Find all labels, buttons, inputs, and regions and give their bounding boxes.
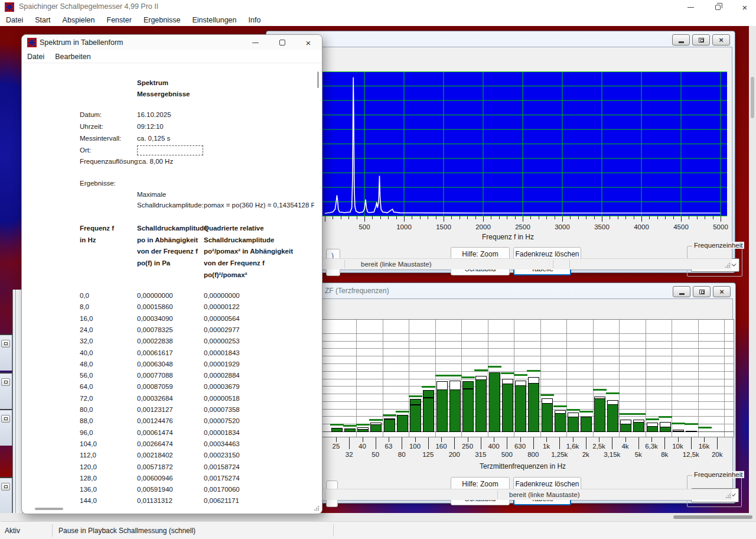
minimized-window-strip[interactable] bbox=[0, 372, 12, 409]
table-close-button[interactable]: × bbox=[295, 35, 322, 50]
resize-grip[interactable] bbox=[314, 505, 320, 511]
main-restore-button[interactable] bbox=[704, 0, 731, 14]
gridline-h bbox=[277, 371, 734, 372]
minimized-window-strip[interactable] bbox=[0, 409, 12, 446]
x-axis-tick-label: 3000 bbox=[549, 223, 575, 230]
x-axis-tick bbox=[721, 216, 721, 222]
table-row-amplitude: 0,00032684 bbox=[137, 395, 173, 402]
bar bbox=[357, 429, 369, 432]
table-row-relative: 0,00621171 bbox=[204, 497, 239, 504]
restore-window-button[interactable] bbox=[1, 483, 10, 491]
menu-abspielen[interactable]: Abspielen bbox=[57, 14, 101, 26]
terz-window: ZF (Terzfrequenzen) × 253240506380100125… bbox=[269, 283, 736, 504]
terz-window-titlebar[interactable]: ZF (Terzfrequenzen) × bbox=[270, 283, 735, 298]
menu-ergebnisse[interactable]: Ergebnisse bbox=[138, 14, 187, 26]
table-window-titlebar[interactable]: Spektrum in Tabellenform × bbox=[22, 35, 322, 50]
terz-status-text: bereit (linke Maustaste) bbox=[509, 491, 580, 498]
resize-grip[interactable] bbox=[725, 262, 731, 268]
mdi-vertical-scrollbar[interactable] bbox=[749, 26, 756, 513]
menu-datei[interactable]: Datei bbox=[0, 14, 29, 26]
x-axis-tick bbox=[641, 216, 642, 222]
terz-minimize-button[interactable] bbox=[673, 286, 690, 297]
spectrum-close-button[interactable]: × bbox=[712, 34, 730, 46]
max-hold-dash bbox=[685, 423, 698, 425]
x-axis-tick-label: 5000 bbox=[708, 223, 734, 230]
restore-window-button[interactable] bbox=[1, 340, 10, 348]
menu-einstellungen[interactable]: Einstellungen bbox=[186, 14, 242, 26]
restore-icon bbox=[4, 381, 8, 384]
doc-heading: Messergebnisse bbox=[137, 90, 190, 98]
table-row-relative: 0,00170060 bbox=[204, 486, 240, 493]
x-axis-tick-label: 3500 bbox=[589, 223, 615, 230]
gridline-v bbox=[356, 320, 357, 437]
x-axis-tick-label: 1000 bbox=[391, 223, 417, 230]
x-axis-tick bbox=[657, 216, 658, 219]
main-close-button[interactable]: × bbox=[731, 0, 756, 14]
x-axis-tick bbox=[415, 437, 416, 442]
bar bbox=[633, 422, 644, 432]
mdi-horizontal-scrollbar[interactable] bbox=[0, 513, 756, 521]
spectrum-minimize-button[interactable] bbox=[672, 34, 690, 46]
menu-bearbeiten[interactable]: Bearbeiten bbox=[50, 53, 96, 61]
main-minimize-button[interactable] bbox=[677, 0, 704, 14]
menu-fenster[interactable]: Fenster bbox=[101, 14, 138, 26]
terz-chart[interactable] bbox=[276, 319, 734, 437]
table-row-frequency: 144,0 bbox=[80, 497, 97, 504]
scrollbar-thumb[interactable] bbox=[673, 515, 752, 519]
bar bbox=[528, 383, 539, 432]
spectrum-window-titlebar[interactable]: × bbox=[266, 31, 735, 47]
x-axis-tick bbox=[515, 216, 516, 219]
bar bbox=[568, 417, 579, 433]
table-row-frequency: 48,0 bbox=[80, 361, 93, 368]
terz-window-title: ZF (Terzfrequenzen) bbox=[325, 287, 389, 295]
restore-icon bbox=[699, 38, 704, 43]
table-row-amplitude: 0,00218402 bbox=[137, 452, 173, 459]
bar bbox=[660, 427, 671, 432]
x-axis-tick-label: 2k bbox=[573, 451, 599, 458]
table-row-relative: 0,00003679 bbox=[204, 383, 240, 390]
resize-grip[interactable] bbox=[725, 493, 731, 499]
table-window-menubar: Datei Bearbeiten bbox=[22, 50, 322, 63]
table-row-amplitude: 0,00061474 bbox=[137, 429, 173, 436]
column-header: po(f) in Pa bbox=[137, 259, 170, 267]
terz-close-button[interactable]: × bbox=[713, 286, 731, 297]
field-label: Messintervall: bbox=[80, 135, 121, 142]
spectrum-chart[interactable] bbox=[273, 72, 727, 216]
bar bbox=[384, 418, 395, 432]
ort-input[interactable] bbox=[137, 145, 203, 155]
table-row-relative: 0,00007520 bbox=[204, 417, 240, 424]
restore-window-button[interactable] bbox=[1, 415, 10, 423]
x-axis-tick bbox=[348, 216, 349, 219]
spectrum-restore-button[interactable] bbox=[692, 34, 710, 46]
x-axis-tick-label: 2000 bbox=[470, 223, 496, 230]
table-maximize-button[interactable] bbox=[269, 35, 296, 50]
x-axis-tick-label: 160 bbox=[428, 443, 454, 450]
table-row-amplitude: 0,00087059 bbox=[137, 383, 173, 390]
table-row-relative: 0,00023150 bbox=[204, 452, 240, 459]
table-vertical-scrollbar[interactable] bbox=[317, 72, 319, 88]
x-axis-tick-label: 630 bbox=[507, 443, 533, 450]
bar bbox=[423, 390, 434, 432]
main-titlebar: Spaichinger Schallpegelmesser 4,99 Pro I… bbox=[0, 0, 756, 14]
table-row-amplitude: 0,00124476 bbox=[137, 417, 173, 424]
max-value: pomax = po(360 Hz) = 0,14354128 Pa bbox=[204, 202, 314, 209]
table-horizontal-scrollbar[interactable] bbox=[35, 508, 63, 510]
menu-start[interactable]: Start bbox=[29, 14, 56, 26]
statusbar-separator bbox=[569, 260, 570, 268]
table-row-relative: 0,00001843 bbox=[204, 349, 240, 356]
statusbar-separator bbox=[52, 524, 53, 537]
restore-window-button[interactable] bbox=[1, 378, 10, 386]
terz-restore-button[interactable] bbox=[693, 286, 711, 297]
table-row-frequency: 120,0 bbox=[80, 463, 97, 470]
max-hold-dash bbox=[343, 425, 357, 427]
menu-datei[interactable]: Datei bbox=[22, 53, 50, 61]
max-hold-dash bbox=[435, 375, 449, 376]
menu-info[interactable]: Info bbox=[243, 14, 267, 26]
table-row-amplitude: 0,00000000 bbox=[137, 292, 173, 299]
scrollbar-thumb[interactable] bbox=[751, 77, 754, 118]
table-row-frequency: 88,0 bbox=[80, 417, 93, 424]
minimized-window-strip[interactable] bbox=[0, 334, 12, 371]
x-axis-tick bbox=[412, 216, 412, 219]
table-row-frequency: 56,0 bbox=[80, 372, 93, 379]
table-minimize-button[interactable] bbox=[242, 35, 269, 50]
